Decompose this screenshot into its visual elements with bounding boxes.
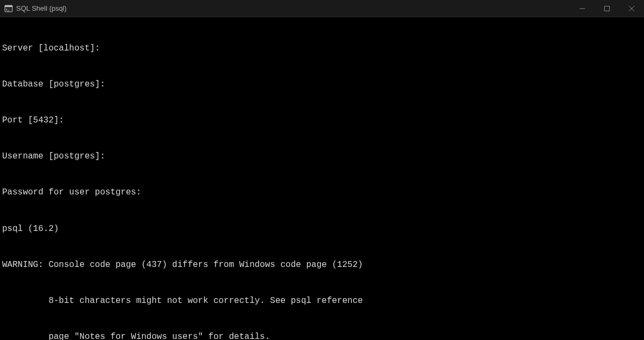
terminal-line: Username [postgres]: <box>2 150 642 162</box>
terminal-line: psql (16.2) <box>2 223 642 235</box>
window-title: SQL Shell (psql) <box>16 4 67 12</box>
svg-rect-1 <box>5 5 12 7</box>
terminal-line: Port [5432]: <box>2 114 642 126</box>
terminal-line: Server [localhost]: <box>2 42 642 54</box>
terminal-line: WARNING: Console code page (437) differs… <box>2 259 642 271</box>
maximize-button[interactable] <box>595 0 619 17</box>
terminal-line: Database [postgres]: <box>2 78 642 90</box>
terminal-icon <box>4 4 13 13</box>
window-controls <box>570 0 644 17</box>
terminal-line: page "Notes for Windows users" for detai… <box>2 331 642 340</box>
titlebar: SQL Shell (psql) <box>0 0 644 17</box>
close-button[interactable] <box>619 0 644 17</box>
titlebar-left: SQL Shell (psql) <box>4 4 67 13</box>
minimize-button[interactable] <box>570 0 595 17</box>
terminal-output[interactable]: Server [localhost]: Database [postgres]:… <box>0 17 644 340</box>
terminal-line: 8-bit characters might not work correctl… <box>2 295 642 307</box>
svg-rect-4 <box>605 6 610 11</box>
terminal-line: Password for user postgres: <box>2 186 642 198</box>
